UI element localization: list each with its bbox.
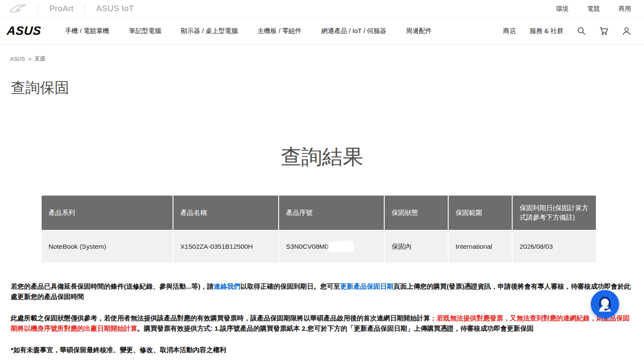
header-warranty-scope: 保固範圍 [449,196,512,230]
support-chat-button[interactable] [591,290,619,318]
warranty-notes: 若您的產品已具備延長保固時間的條件(送修紀錄、參與活動...等)，請連絡我們以取… [11,281,633,355]
breadcrumb: ASUS > 支援 [10,55,644,63]
header-warranty-expiry: 保固到期日(保固計算方式請參考下方備註) [513,196,596,230]
rog-logo-icon[interactable] [9,3,27,14]
contact-us-link[interactable]: 連絡我們 [214,283,240,290]
nav-item-service-community[interactable]: 服務 & 社群 [530,27,563,35]
table-header-row: 產品系列 產品名稱 產品序號 保固狀態 保固範圍 保固到期日(保固計算方式請參考… [42,196,597,230]
user-icon[interactable] [622,27,631,36]
utility-bar: ProArt ASUS IoT 環境 電競 商用 [0,0,644,18]
nav-item-accessories[interactable]: 周邊配件 [406,27,432,35]
serial-number-text: S3N0CV08M0 [286,243,328,250]
warranty-result-table: 產品系列 產品名稱 產品序號 保固狀態 保固範圍 保固到期日(保固計算方式請參考… [42,196,597,262]
nav-item-phones[interactable]: 手機 / 電競掌機 [65,27,109,35]
serial-redaction [329,241,353,252]
note-text: 。購買發票有效提供方式: 1.該序號產品的購買發票紙本 2.您可於下方的「更新產… [137,325,534,332]
note-text: 此處所載之保固狀態僅供參考，若使用者無法提供該產品對應的有效購買發票時，該產品保… [11,314,430,322]
asus-logo[interactable]: ASUS [6,24,42,38]
header-product-name: 產品名稱 [173,196,278,230]
utility-links: 環境 電競 商用 [556,5,631,13]
utility-link-environment[interactable]: 環境 [556,5,568,13]
headset-agent-icon [596,295,614,313]
header-warranty-status: 保固狀態 [385,196,448,230]
cell-product-name: X1502ZA-0351B12500H [173,231,278,262]
cell-serial-number: S3N0CV08M0 [279,231,384,262]
cell-warranty-status: 保固內 [385,231,448,262]
breadcrumb-asus[interactable]: ASUS [10,56,25,62]
breadcrumb-separator: > [28,56,31,62]
table-row: NoteBook (System) X1502ZA-0351B12500H S3… [42,231,597,262]
note-text: 若您的產品已具備延長保固時間的條件(送修紀錄、參與活動...等)，請 [11,283,214,290]
nav-item-displays-desktops[interactable]: 顯示器 / 桌上型電腦 [181,27,238,35]
divider [85,3,85,14]
proart-link[interactable]: ProArt [49,4,73,13]
note-extended-warranty: 若您的產品已具備延長保固時間的條件(送修紀錄、參與活動...等)，請連絡我們以取… [11,281,633,302]
main-nav: ASUS 手機 / 電競掌機 筆記型電腦 顯示器 / 桌上型電腦 主機板 / 零… [0,18,644,45]
nav-item-motherboards-components[interactable]: 主機板 / 零組件 [258,27,302,35]
note-text: 以取得正確的保固到期日。您可至 [240,283,340,290]
nav-right: 商店 服務 & 社群 [503,27,631,36]
cell-warranty-expiry: 2026/08/03 [513,231,596,262]
utility-link-commercial[interactable]: 商用 [619,5,631,13]
cart-icon[interactable] [599,27,608,35]
breadcrumb-support: 支援 [34,55,46,63]
update-warranty-date-link[interactable]: 更新產品保固日期 [340,283,393,290]
header-product-series: 產品系列 [42,196,173,230]
nav-item-laptops[interactable]: 筆記型電腦 [129,27,161,35]
header-serial-number: 產品序號 [279,196,384,230]
note-disclaimer: *如有未盡事宜，華碩保留最終核准、變更、修改、取消本活動內容之權利 [11,345,633,355]
asus-iot-link[interactable]: ASUS IoT [96,4,134,13]
page-title: 查詢保固 [11,78,644,98]
nav-item-store[interactable]: 商店 [503,27,516,35]
utility-link-gaming[interactable]: 電競 [587,5,600,13]
nav-items: 手機 / 電競掌機 筆記型電腦 顯示器 / 桌上型電腦 主機板 / 零組件 網通… [65,27,432,35]
utility-brands: ProArt ASUS IoT [9,3,134,14]
result-title: 查詢結果 [0,143,644,171]
cell-warranty-scope: International [449,231,512,262]
search-icon[interactable] [577,27,586,35]
divider [38,3,38,14]
cell-product-series: NoteBook (System) [42,231,173,262]
note-warranty-calculation: 此處所載之保固狀態僅供參考，若使用者無法提供該產品對應的有效購買發票時，該產品保… [11,313,633,334]
nav-item-networking-iot-servers[interactable]: 網通產品 / IoT / 伺服器 [321,27,386,35]
